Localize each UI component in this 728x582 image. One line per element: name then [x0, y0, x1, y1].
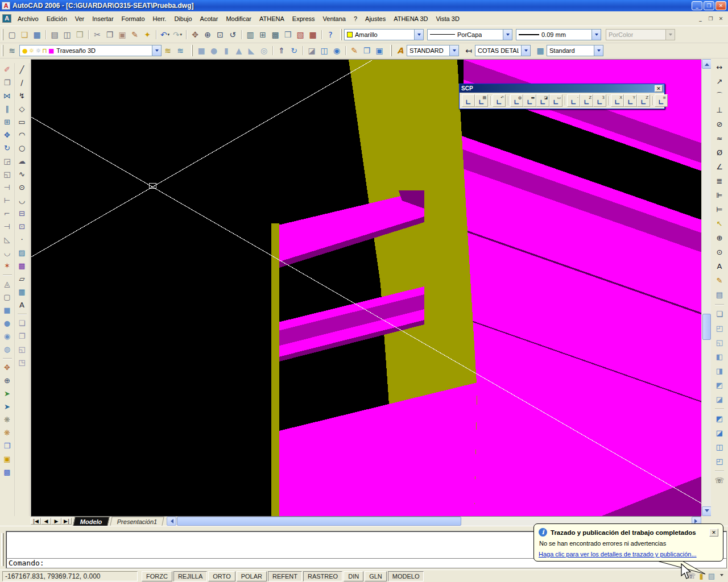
layer-control[interactable]: ●☼☼⊓■ Travesaño 3D: [19, 45, 162, 56]
toggle-gln[interactable]: GLN: [365, 571, 387, 581]
linear-dimension-icon[interactable]: ↔: [713, 60, 726, 74]
named-views-icon[interactable]: ❏: [713, 307, 726, 321]
view-right-icon[interactable]: ◨: [713, 364, 726, 378]
close-button[interactable]: ✕: [715, 1, 726, 10]
tab-last-button[interactable]: ▶|: [61, 518, 72, 525]
dim-style-icon[interactable]: ▤: [713, 288, 726, 302]
balloon-close-icon[interactable]: ✕: [709, 529, 718, 537]
layer-control-arrow[interactable]: [152, 45, 161, 56]
athena-insert-icon[interactable]: ➤: [1, 387, 14, 400]
scp-face-button[interactable]: ∟◪: [536, 94, 549, 107]
layer-states-icon[interactable]: ≋: [174, 44, 187, 57]
materials-icon[interactable]: ▩: [1, 465, 14, 479]
explode-icon[interactable]: ✶: [1, 259, 14, 272]
copy-clip-icon[interactable]: ❐: [104, 28, 116, 41]
zoom-window-icon[interactable]: ⊡: [214, 28, 226, 41]
publish-icon[interactable]: ❒: [73, 28, 86, 41]
baseline-icon[interactable]: ⊫: [713, 188, 726, 202]
undo-icon[interactable]: ↶: [159, 28, 171, 41]
designcenter-icon[interactable]: ⊞: [257, 28, 269, 41]
polygon-icon[interactable]: ◇: [15, 102, 29, 115]
dim-style-arrow[interactable]: [521, 45, 530, 56]
toggle-din[interactable]: DIN: [344, 571, 363, 581]
ellipse-arc-icon[interactable]: ◡: [15, 194, 29, 207]
vertical-scrollbar[interactable]: [701, 59, 711, 516]
mirror-icon[interactable]: ⋈: [1, 89, 14, 102]
toolbar-grip[interactable]: [2, 45, 3, 56]
color-control-arrow[interactable]: [414, 30, 423, 40]
toggle-rastreo[interactable]: RASTREO: [303, 571, 342, 581]
quick-leader-icon[interactable]: ↖: [713, 217, 726, 231]
block-editor-icon[interactable]: ✦: [141, 28, 154, 41]
lineweight-control[interactable]: 0.09 mm: [516, 29, 601, 40]
diameter-icon[interactable]: Ø: [713, 146, 726, 160]
scp-view-button[interactable]: ∟▭: [549, 94, 562, 107]
zoom-previous-icon[interactable]: ↺: [226, 28, 239, 41]
color-control[interactable]: Amarillo: [344, 29, 424, 40]
text-style-control[interactable]: STANDARD: [407, 45, 459, 56]
view-nw-iso-icon[interactable]: ◰: [713, 454, 726, 468]
angular-icon[interactable]: ∠: [713, 160, 726, 174]
polyline-icon[interactable]: ↯: [15, 89, 29, 102]
ddvpoint-icon[interactable]: ❒: [1, 439, 14, 452]
render-icon[interactable]: ▣: [1, 452, 14, 465]
quickcalc-icon[interactable]: ▦: [307, 28, 319, 41]
match-properties-icon[interactable]: ✎: [129, 28, 141, 41]
table-style-arrow[interactable]: [594, 45, 603, 56]
view-bottom-icon[interactable]: ◱: [713, 335, 726, 350]
save-icon[interactable]: ▦: [31, 28, 43, 41]
menu-modificar[interactable]: Modificar: [222, 11, 255, 26]
mtext-icon[interactable]: A: [15, 298, 29, 311]
open-file-icon[interactable]: ❏: [18, 28, 31, 41]
insert-block-icon[interactable]: ⊟: [15, 207, 29, 220]
toolbar-grip[interactable]: [340, 29, 342, 40]
table-style-icon[interactable]: ▦: [534, 44, 547, 57]
torus-icon[interactable]: ◎: [258, 44, 270, 57]
cylinder-icon[interactable]: ▮: [220, 44, 233, 57]
sheet-set-manager-icon[interactable]: ❒: [282, 28, 294, 41]
menu-insertar[interactable]: Insertar: [88, 11, 117, 26]
cone-icon[interactable]: ▲: [233, 44, 245, 57]
zoom-realtime-icon[interactable]: ⊕: [201, 28, 214, 41]
linetype-control[interactable]: PorCapa: [427, 29, 512, 40]
extend-icon[interactable]: ⊢: [1, 194, 14, 207]
solidedit-body-icon[interactable]: ▣: [373, 44, 386, 57]
circle-icon[interactable]: ○: [15, 142, 29, 155]
vertical-scroll-thumb[interactable]: [702, 314, 711, 340]
scp-close-icon[interactable]: ✕: [655, 85, 663, 92]
layer-vp-freeze-icon[interactable]: ☼: [35, 47, 41, 55]
doc-minimize-button[interactable]: _: [696, 15, 705, 23]
table-icon[interactable]: ▦: [15, 285, 29, 298]
sphere-icon[interactable]: ●: [208, 44, 220, 57]
dim-edit-icon[interactable]: ✎: [713, 273, 726, 288]
rotate-icon[interactable]: ↻: [1, 142, 14, 155]
move-icon[interactable]: ✥: [1, 128, 14, 142]
toggle-rejilla[interactable]: REJILLA: [173, 571, 207, 581]
menu-athena-3d[interactable]: ATHENA 3D: [390, 11, 432, 26]
3d-dome-icon[interactable]: ◉: [1, 330, 14, 343]
arc-length-icon[interactable]: ⌒: [713, 89, 726, 103]
dim-style-icon[interactable]: ↤: [462, 44, 475, 57]
extrude-icon[interactable]: ⇑: [275, 44, 288, 57]
menu-ver[interactable]: Ver: [71, 11, 89, 26]
doc-restore-button[interactable]: ❐: [706, 15, 715, 23]
scp-button[interactable]: ∟: [462, 94, 475, 107]
layer-on-icon[interactable]: ●: [22, 47, 28, 55]
toolbar-grip[interactable]: [191, 45, 193, 56]
coordinate-display[interactable]: -167167.831, 79369.712, 0.000: [2, 571, 138, 581]
trim-icon[interactable]: ⊣: [1, 181, 14, 194]
hatch-icon[interactable]: ▨: [15, 246, 29, 259]
scp-z-axis-vector-button[interactable]: ∟Z: [580, 94, 593, 107]
doc-close-button[interactable]: ✕: [716, 15, 726, 23]
slice-icon[interactable]: ◪: [305, 44, 318, 57]
arc-icon[interactable]: ◠: [15, 128, 29, 142]
drawing-area[interactable]: SCP ✕ ∟∟▤∟↶∟◍∟▬∟◪∟▭∟·∟Z∟3∟X∟Y∟Z∟≡: [31, 59, 701, 516]
scp-rotate-x-button[interactable]: ∟X: [611, 94, 624, 107]
break-at-point-icon[interactable]: ⌐: [1, 207, 14, 220]
draworder-front-icon[interactable]: ❏: [15, 317, 29, 330]
restore-button[interactable]: ❐: [704, 1, 714, 10]
rectangle-icon[interactable]: ▭: [15, 115, 29, 128]
menu-herr[interactable]: Herr.: [149, 11, 171, 26]
tool-palettes-icon[interactable]: ▩: [269, 28, 282, 41]
menu-formato[interactable]: Formato: [118, 11, 149, 26]
